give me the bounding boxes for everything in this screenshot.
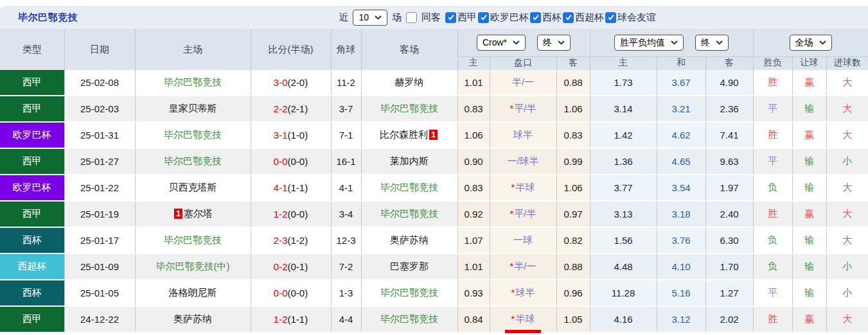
subcol-avg-home: 主: [590, 57, 657, 71]
result-handicap: 输: [792, 96, 826, 122]
crow-away-odds: 0.99: [556, 148, 590, 175]
team-name: 毕尔巴鄂竞技: [164, 234, 222, 245]
col-header-corner: 角球: [331, 29, 361, 70]
team-name: 贝西克塔斯: [169, 182, 217, 193]
avg-away-odds: 1.27: [705, 280, 753, 306]
match-table: 类型 日期 主场 比分(半场) 角球 客场 Crow* 终: [0, 29, 868, 333]
odds-company-time-select[interactable]: 终: [537, 35, 571, 51]
home-team: 皇家贝蒂斯: [135, 96, 251, 122]
match-date: 24-12-22: [64, 306, 135, 332]
score: 1-2(1-1): [251, 306, 331, 332]
result-handicap: 赢: [792, 122, 826, 148]
league-badge: 西甲: [0, 148, 64, 175]
halftime-score: (0-0): [288, 288, 308, 298]
chevron-down-icon: [819, 40, 826, 45]
avg-draw-odds: 3.18: [657, 201, 705, 227]
result-outcome: 胜: [753, 70, 792, 96]
page-title: 毕尔巴鄂竞技: [18, 12, 78, 24]
league-filter-checkbox[interactable]: [478, 12, 489, 23]
chevron-down-icon: [513, 40, 520, 45]
team-name: 毕尔巴鄂竞技: [380, 103, 438, 114]
crow-handicap: *半/一: [490, 253, 556, 280]
team-name: 毕尔巴鄂竞技: [164, 129, 222, 140]
fulltime-score: 3-0: [274, 77, 288, 88]
crow-home-odds: 1.07: [457, 227, 490, 253]
handicap-value: 半/一: [514, 261, 536, 271]
crow-handicap: *半球: [490, 175, 556, 201]
result-scope-select[interactable]: 全场: [790, 35, 832, 51]
recent-label: 近: [339, 12, 348, 24]
odds-company-select[interactable]: Crow*: [477, 35, 526, 51]
match-date: 25-01-09: [64, 253, 135, 280]
avg-away-odds: 9.63: [705, 148, 753, 175]
handicap-star: *: [511, 182, 515, 193]
avg-draw-odds: 3.12: [657, 306, 705, 332]
avg-away-odds: 1.70: [705, 253, 753, 280]
corners: 11-2: [331, 70, 361, 96]
league-badge: 西超杯: [0, 253, 64, 280]
col-header-score: 比分(半场): [251, 29, 331, 70]
league-filter-checkbox[interactable]: [445, 12, 456, 23]
league-badge: 西甲: [0, 201, 64, 227]
league-badge: 西甲: [0, 70, 64, 96]
filter-bar: 毕尔巴鄂竞技 近 10 场 同客 西甲欧罗巴杯西杯西超杯球会友谊: [0, 6, 868, 29]
table-row: 西甲24-12-22奥萨苏纳1-2(1-1)4-4毕尔巴鄂竞技0.84*半球1.…: [0, 306, 868, 332]
team-name: 毕尔巴鄂竞技: [164, 155, 222, 166]
home-team: 1塞尔塔: [135, 201, 251, 227]
league-filter-checkbox[interactable]: [563, 12, 574, 23]
crow-handicap: *平/半: [490, 96, 556, 122]
crow-away-odds: 1.06: [556, 175, 590, 201]
handicap-value: 平/半: [514, 208, 536, 219]
team-name: 毕尔巴鄂竞技: [380, 208, 438, 219]
col-header-away: 客场: [361, 29, 457, 70]
result-outcome: 胜: [753, 122, 792, 148]
avg-draw-odds: 5.16: [657, 280, 705, 306]
score: 0-2(0-1): [251, 253, 331, 280]
away-team: 赫罗纳: [361, 70, 457, 96]
average-odds-select[interactable]: 胜平负均值: [614, 35, 684, 51]
away-team: 毕尔巴鄂竞技: [361, 96, 457, 122]
check-icon: [480, 13, 488, 21]
home-team: 毕尔巴鄂竞技: [135, 70, 251, 96]
handicap-star: *: [509, 208, 513, 219]
avg-home-odds: 1.73: [590, 70, 657, 96]
crow-handicap: *平/半: [490, 201, 556, 227]
league-badge: 欧罗巴杯: [0, 122, 64, 148]
handicap-value: 一球: [513, 234, 533, 245]
result-handicap: 赢: [792, 306, 826, 332]
handicap-value: 平/半: [514, 103, 536, 114]
halftime-score: (1-0): [288, 130, 308, 141]
red-underline-marker: [505, 330, 541, 333]
subcol-avg-draw: 和: [657, 57, 705, 71]
team-name: 洛格朗尼斯: [169, 287, 217, 298]
avg-home-odds: 3.13: [590, 201, 657, 227]
recent-count-select[interactable]: 10: [353, 10, 387, 26]
team-name: 赫罗纳: [395, 76, 424, 87]
team-name: 比尔森胜利: [380, 129, 428, 140]
avg-home-odds: 3.14: [590, 96, 657, 122]
league-badge: 西甲: [0, 306, 64, 332]
same-away-checkbox[interactable]: [406, 12, 417, 23]
average-odds-header: 胜平负均值 终: [590, 29, 753, 57]
league-filter-checkbox[interactable]: [530, 12, 541, 23]
average-odds-time-select[interactable]: 终: [695, 35, 729, 51]
away-team: 莱加内斯: [361, 148, 457, 175]
avg-home-odds: 1.56: [590, 227, 657, 253]
subcol-crow-home: 主: [457, 57, 490, 71]
table-row: 西杯25-01-17毕尔巴鄂竞技2-3(1-2)12-3奥萨苏纳1.07一球0.…: [0, 227, 868, 253]
league-filter-checkbox[interactable]: [605, 12, 616, 23]
check-icon: [532, 13, 540, 21]
team-name: 毕尔巴鄂竞技(中): [156, 261, 230, 271]
avg-home-odds: 3.77: [590, 175, 657, 201]
league-filter: 西甲: [445, 12, 477, 24]
crow-home-odds: 0.83: [457, 175, 490, 201]
crow-home-odds: 1.01: [457, 253, 490, 280]
crow-away-odds: 1.05: [556, 306, 590, 332]
result-handicap: 输: [792, 227, 826, 253]
handicap-value: 一/球半: [507, 155, 538, 166]
away-team: 比尔森胜利1: [361, 122, 457, 148]
fulltime-score: 0-0: [274, 288, 288, 298]
result-outcome: 负: [753, 227, 792, 253]
corners: 3-4: [331, 201, 361, 227]
table-row: 欧罗巴杯25-01-22贝西克塔斯4-1(1-1)4-1毕尔巴鄂竞技0.83*半…: [0, 175, 868, 201]
